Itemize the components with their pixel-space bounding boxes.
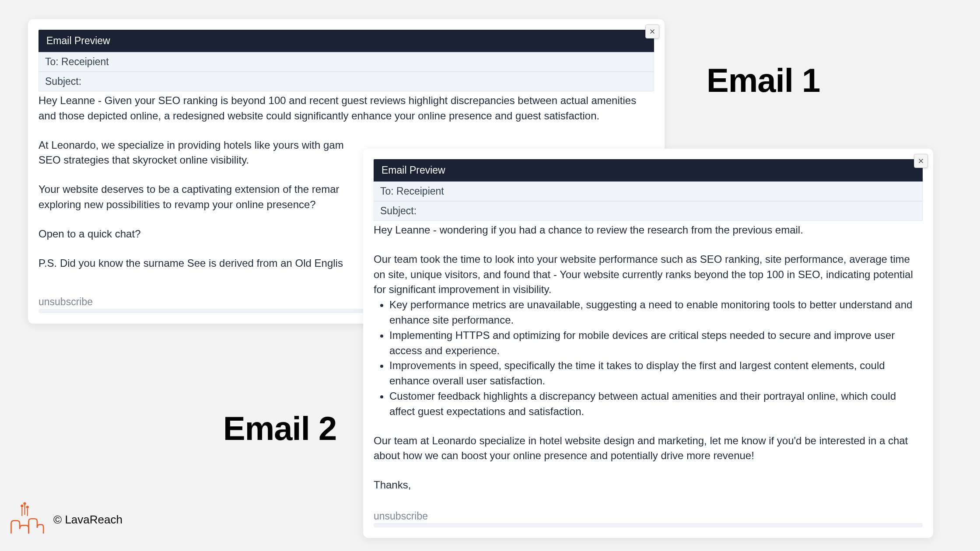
email-bullet-item: Implementing HTTPS and optimizing for mo… xyxy=(389,328,923,359)
email-subject-field: Subject: xyxy=(38,72,654,91)
progress-bar xyxy=(374,523,923,527)
email-bullet-item: Improvements in speed, specifically the … xyxy=(389,358,923,389)
email-bullet-list: Key performance metrics are unavailable,… xyxy=(386,297,923,419)
svg-point-1 xyxy=(24,503,26,505)
footer-copyright: © LavaReach xyxy=(53,513,122,527)
email-paragraph: Hey Leanne - Given your SEO ranking is b… xyxy=(38,93,654,124)
email-to-field: To: Receipient xyxy=(374,181,923,201)
email-bullet-item: Key performance metrics are unavailable,… xyxy=(389,297,923,328)
email-paragraph: Our team at Leonardo specialize in hotel… xyxy=(374,433,923,464)
close-button[interactable] xyxy=(914,154,928,168)
close-icon xyxy=(917,157,925,165)
email-2-label: Email 2 xyxy=(223,409,336,447)
email-body: Hey Leanne - wondering if you had a chan… xyxy=(374,221,923,493)
email-preview-header: Email Preview xyxy=(374,159,923,181)
email-preview-card-2: Email Preview To: Receipient Subject: He… xyxy=(363,149,933,538)
close-icon xyxy=(648,28,656,35)
email-bullet-item: Customer feedback highlights a discrepan… xyxy=(389,389,923,419)
footer: © LavaReach xyxy=(7,502,122,537)
lavareach-logo-icon xyxy=(7,502,46,537)
email-subject-field: Subject: xyxy=(374,201,923,221)
email-preview-header: Email Preview xyxy=(38,30,654,52)
svg-point-2 xyxy=(27,506,28,508)
email-paragraph: Hey Leanne - wondering if you had a chan… xyxy=(374,223,923,238)
unsubscribe-link[interactable]: unsubscribe xyxy=(374,510,923,522)
close-button[interactable] xyxy=(645,24,659,38)
svg-point-0 xyxy=(21,505,23,507)
email-to-field: To: Receipient xyxy=(38,52,654,72)
email-1-label: Email 1 xyxy=(707,61,820,99)
email-paragraph: Our team took the time to look into your… xyxy=(374,252,923,297)
email-paragraph: Thanks, xyxy=(374,478,923,493)
